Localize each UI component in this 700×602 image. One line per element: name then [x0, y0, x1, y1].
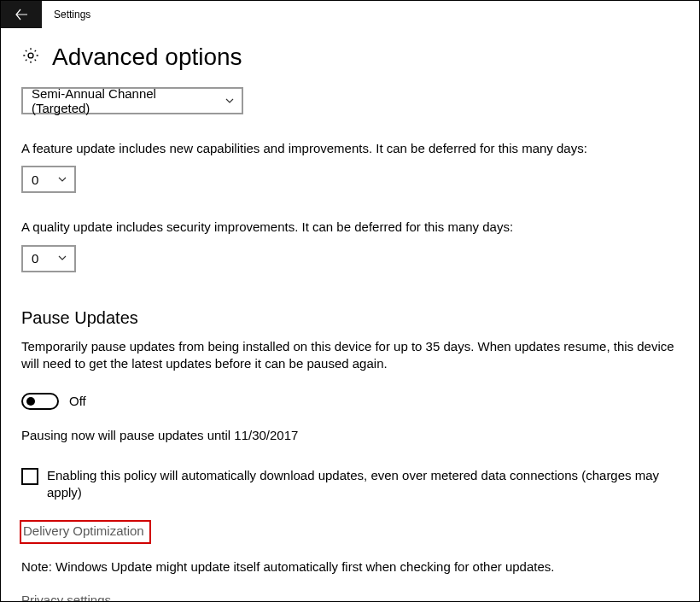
chevron-down-icon [57, 172, 67, 187]
arrow-left-icon [15, 8, 28, 21]
pause-note: Pausing now will pause updates until 11/… [21, 427, 679, 444]
update-note: Note: Windows Update might update itself… [21, 559, 679, 574]
feature-defer-value: 0 [32, 172, 38, 187]
toggle-knob [26, 397, 35, 406]
pause-updates-title: Pause Updates [21, 308, 679, 328]
feature-defer-dropdown[interactable]: 0 [21, 166, 76, 193]
privacy-settings-link[interactable]: Privacy settings [21, 593, 111, 602]
svg-point-0 [28, 53, 33, 58]
delivery-optimization-highlight: Delivery Optimization [20, 520, 151, 544]
gear-icon [21, 46, 40, 68]
quality-update-description: A quality update includes security impro… [21, 219, 679, 236]
chevron-down-icon [57, 251, 67, 266]
metered-checkbox[interactable] [21, 468, 38, 485]
channel-selected: Semi-Annual Channel (Targeted) [32, 86, 218, 115]
channel-dropdown[interactable]: Semi-Annual Channel (Targeted) [21, 87, 243, 114]
quality-defer-value: 0 [32, 251, 38, 266]
pause-toggle[interactable] [21, 393, 59, 410]
feature-update-description: A feature update includes new capabiliti… [21, 140, 679, 157]
page-title: Advanced options [52, 44, 242, 71]
quality-defer-dropdown[interactable]: 0 [21, 245, 76, 272]
metered-label: Enabling this policy will automatically … [47, 467, 679, 502]
pause-toggle-label: Off [69, 393, 86, 410]
pause-updates-description: Temporarily pause updates from being ins… [21, 338, 679, 373]
chevron-down-icon [225, 94, 235, 108]
app-title: Settings [54, 9, 90, 20]
delivery-optimization-link[interactable]: Delivery Optimization [23, 523, 144, 538]
back-button[interactable] [1, 1, 42, 28]
